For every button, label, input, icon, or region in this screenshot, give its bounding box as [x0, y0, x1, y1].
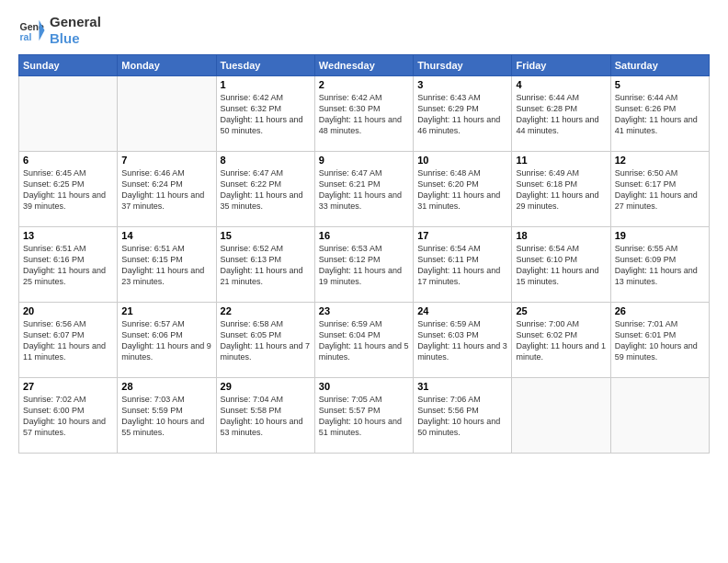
calendar-cell: 29Sunrise: 7:04 AM Sunset: 5:58 PM Dayli… [216, 378, 314, 454]
calendar-cell: 13Sunrise: 6:51 AM Sunset: 6:16 PM Dayli… [19, 227, 118, 303]
day-number: 2 [319, 79, 409, 90]
day-number: 12 [615, 155, 705, 166]
calendar-cell: 30Sunrise: 7:05 AM Sunset: 5:57 PM Dayli… [314, 378, 413, 454]
day-info: Sunrise: 6:59 AM Sunset: 6:03 PM Dayligh… [417, 318, 507, 363]
day-number: 27 [23, 381, 113, 392]
day-number: 29 [221, 381, 311, 392]
calendar-cell: 17Sunrise: 6:54 AM Sunset: 6:11 PM Dayli… [414, 227, 512, 303]
calendar-cell: 31Sunrise: 7:06 AM Sunset: 5:56 PM Dayli… [414, 378, 512, 454]
calendar-day-header: Sunday [19, 55, 118, 76]
calendar-table: SundayMondayTuesdayWednesdayThursdayFrid… [18, 54, 710, 454]
calendar-cell: 5Sunrise: 6:44 AM Sunset: 6:26 PM Daylig… [610, 76, 709, 152]
calendar-cell: 25Sunrise: 7:00 AM Sunset: 6:02 PM Dayli… [512, 303, 610, 378]
calendar-cell: 27Sunrise: 7:02 AM Sunset: 6:00 PM Dayli… [19, 378, 118, 454]
calendar-cell: 24Sunrise: 6:59 AM Sunset: 6:03 PM Dayli… [414, 303, 512, 378]
day-info: Sunrise: 6:53 AM Sunset: 6:12 PM Dayligh… [319, 243, 409, 288]
logo: Gene ral General Blue [18, 14, 101, 47]
calendar-cell: 1Sunrise: 6:42 AM Sunset: 6:32 PM Daylig… [216, 76, 314, 152]
day-info: Sunrise: 6:52 AM Sunset: 6:13 PM Dayligh… [221, 243, 311, 288]
day-number: 25 [516, 305, 606, 316]
calendar-cell [19, 76, 118, 152]
calendar-week-row: 13Sunrise: 6:51 AM Sunset: 6:16 PM Dayli… [19, 227, 710, 303]
calendar-cell: 10Sunrise: 6:48 AM Sunset: 6:20 PM Dayli… [414, 152, 512, 227]
day-info: Sunrise: 6:56 AM Sunset: 6:07 PM Dayligh… [23, 318, 113, 363]
day-info: Sunrise: 7:02 AM Sunset: 6:00 PM Dayligh… [23, 394, 113, 439]
day-info: Sunrise: 6:51 AM Sunset: 6:16 PM Dayligh… [23, 243, 113, 288]
calendar-week-row: 6Sunrise: 6:45 AM Sunset: 6:25 PM Daylig… [19, 152, 710, 227]
calendar-cell: 3Sunrise: 6:43 AM Sunset: 6:29 PM Daylig… [414, 76, 512, 152]
day-number: 3 [417, 79, 507, 90]
day-info: Sunrise: 7:06 AM Sunset: 5:56 PM Dayligh… [417, 394, 507, 439]
calendar-cell: 7Sunrise: 6:46 AM Sunset: 6:24 PM Daylig… [118, 152, 216, 227]
calendar-header-row: SundayMondayTuesdayWednesdayThursdayFrid… [19, 55, 710, 76]
calendar-cell: 21Sunrise: 6:57 AM Sunset: 6:06 PM Dayli… [118, 303, 216, 378]
calendar-cell: 15Sunrise: 6:52 AM Sunset: 6:13 PM Dayli… [216, 227, 314, 303]
calendar-cell: 2Sunrise: 6:42 AM Sunset: 6:30 PM Daylig… [314, 76, 413, 152]
day-info: Sunrise: 6:43 AM Sunset: 6:29 PM Dayligh… [417, 92, 507, 137]
day-info: Sunrise: 6:44 AM Sunset: 6:28 PM Dayligh… [516, 92, 606, 137]
calendar-cell: 6Sunrise: 6:45 AM Sunset: 6:25 PM Daylig… [19, 152, 118, 227]
day-info: Sunrise: 6:45 AM Sunset: 6:25 PM Dayligh… [23, 167, 113, 213]
header: Gene ral General Blue [18, 14, 710, 47]
day-info: Sunrise: 6:59 AM Sunset: 6:04 PM Dayligh… [319, 318, 409, 363]
page: Gene ral General Blue SundayMondayTuesda… [0, 0, 728, 563]
calendar-day-header: Saturday [610, 55, 709, 76]
calendar-cell [512, 378, 610, 454]
day-number: 9 [319, 155, 409, 166]
day-number: 24 [417, 305, 507, 316]
day-number: 14 [121, 230, 211, 241]
day-info: Sunrise: 7:03 AM Sunset: 5:59 PM Dayligh… [121, 394, 211, 439]
logo-blue: Blue [50, 30, 101, 47]
day-number: 16 [319, 230, 409, 241]
day-info: Sunrise: 6:44 AM Sunset: 6:26 PM Dayligh… [615, 92, 705, 137]
day-number: 22 [221, 305, 311, 316]
day-number: 1 [221, 79, 311, 90]
day-number: 26 [615, 305, 705, 316]
day-info: Sunrise: 6:51 AM Sunset: 6:15 PM Dayligh… [121, 243, 211, 288]
calendar-cell [118, 76, 216, 152]
day-number: 23 [319, 305, 409, 316]
day-info: Sunrise: 7:01 AM Sunset: 6:01 PM Dayligh… [615, 318, 705, 363]
day-info: Sunrise: 7:05 AM Sunset: 5:57 PM Dayligh… [319, 394, 409, 439]
calendar-cell: 12Sunrise: 6:50 AM Sunset: 6:17 PM Dayli… [610, 152, 709, 227]
day-info: Sunrise: 6:50 AM Sunset: 6:17 PM Dayligh… [615, 167, 705, 213]
calendar-week-row: 27Sunrise: 7:02 AM Sunset: 6:00 PM Dayli… [19, 378, 710, 454]
calendar-cell: 9Sunrise: 6:47 AM Sunset: 6:21 PM Daylig… [314, 152, 413, 227]
calendar-day-header: Monday [118, 55, 216, 76]
day-number: 4 [516, 79, 606, 90]
calendar-day-header: Thursday [414, 55, 512, 76]
day-number: 10 [417, 155, 507, 166]
calendar-cell: 18Sunrise: 6:54 AM Sunset: 6:10 PM Dayli… [512, 227, 610, 303]
calendar-cell: 4Sunrise: 6:44 AM Sunset: 6:28 PM Daylig… [512, 76, 610, 152]
calendar-cell: 14Sunrise: 6:51 AM Sunset: 6:15 PM Dayli… [118, 227, 216, 303]
day-info: Sunrise: 6:57 AM Sunset: 6:06 PM Dayligh… [121, 318, 211, 363]
calendar-cell: 22Sunrise: 6:58 AM Sunset: 6:05 PM Dayli… [216, 303, 314, 378]
day-number: 30 [319, 381, 409, 392]
day-info: Sunrise: 6:54 AM Sunset: 6:10 PM Dayligh… [516, 243, 606, 288]
day-info: Sunrise: 6:42 AM Sunset: 6:30 PM Dayligh… [319, 92, 409, 137]
day-info: Sunrise: 6:42 AM Sunset: 6:32 PM Dayligh… [221, 92, 311, 137]
calendar-cell: 19Sunrise: 6:55 AM Sunset: 6:09 PM Dayli… [610, 227, 709, 303]
calendar-cell: 16Sunrise: 6:53 AM Sunset: 6:12 PM Dayli… [314, 227, 413, 303]
day-number: 13 [23, 230, 113, 241]
calendar-day-header: Friday [512, 55, 610, 76]
day-info: Sunrise: 6:47 AM Sunset: 6:22 PM Dayligh… [221, 167, 311, 213]
calendar-cell: 23Sunrise: 6:59 AM Sunset: 6:04 PM Dayli… [314, 303, 413, 378]
day-number: 28 [121, 381, 211, 392]
day-info: Sunrise: 6:58 AM Sunset: 6:05 PM Dayligh… [221, 318, 311, 363]
calendar-cell [610, 378, 709, 454]
day-number: 21 [121, 305, 211, 316]
calendar-day-header: Tuesday [216, 55, 314, 76]
logo-icon: Gene ral [18, 17, 46, 44]
day-number: 6 [23, 155, 113, 166]
day-info: Sunrise: 6:48 AM Sunset: 6:20 PM Dayligh… [417, 167, 507, 213]
calendar-cell: 28Sunrise: 7:03 AM Sunset: 5:59 PM Dayli… [118, 378, 216, 454]
day-number: 31 [417, 381, 507, 392]
calendar-day-header: Wednesday [314, 55, 413, 76]
day-number: 19 [615, 230, 705, 241]
day-number: 20 [23, 305, 113, 316]
day-info: Sunrise: 6:54 AM Sunset: 6:11 PM Dayligh… [417, 243, 507, 288]
logo-general: General [50, 14, 101, 30]
day-info: Sunrise: 6:55 AM Sunset: 6:09 PM Dayligh… [615, 243, 705, 288]
svg-text:ral: ral [20, 31, 32, 42]
